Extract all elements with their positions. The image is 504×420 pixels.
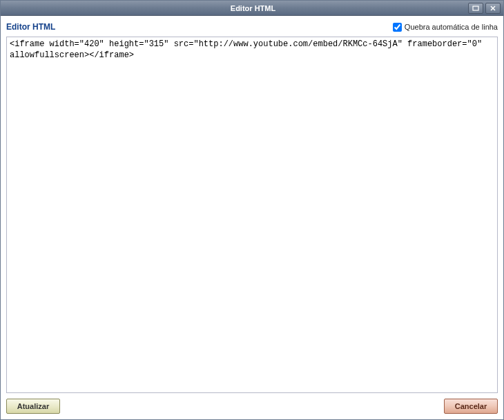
maximize-button[interactable] (468, 3, 483, 14)
wrap-checkbox-container[interactable]: Quebra automática de linha (393, 23, 498, 32)
editor-window: Editor HTML Editor HTML Quebra automátic… (0, 0, 504, 420)
header-row: Editor HTML Quebra automática de linha (6, 20, 498, 34)
close-icon (490, 6, 496, 11)
content-area: Editor HTML Quebra automática de linha A… (1, 16, 503, 419)
button-row: Atualizar Cancelar (6, 399, 498, 415)
wrap-checkbox[interactable] (393, 23, 402, 32)
html-editor-textarea[interactable] (6, 37, 498, 393)
cancel-button[interactable]: Cancelar (444, 399, 498, 414)
window-title: Editor HTML (38, 4, 468, 12)
titlebar[interactable]: Editor HTML (1, 1, 503, 16)
editor-heading: Editor HTML (6, 22, 55, 32)
close-button[interactable] (485, 3, 501, 14)
update-button[interactable]: Atualizar (6, 399, 60, 414)
maximize-icon (472, 6, 479, 11)
svg-rect-0 (473, 6, 478, 10)
wrap-checkbox-label: Quebra automática de linha (405, 23, 498, 31)
titlebar-buttons (468, 3, 501, 14)
